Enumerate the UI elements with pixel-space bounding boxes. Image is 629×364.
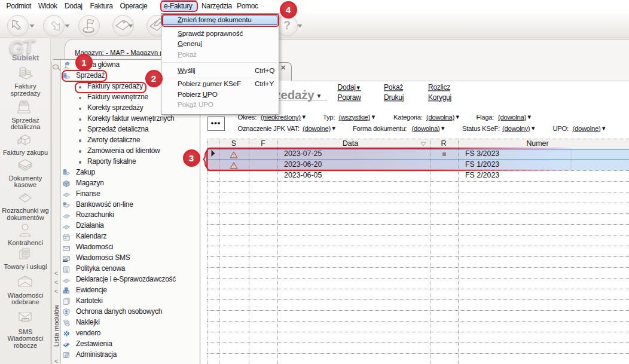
svg-text:SMS: SMS bbox=[22, 319, 29, 322]
svg-text:SMS: SMS bbox=[63, 259, 68, 262]
